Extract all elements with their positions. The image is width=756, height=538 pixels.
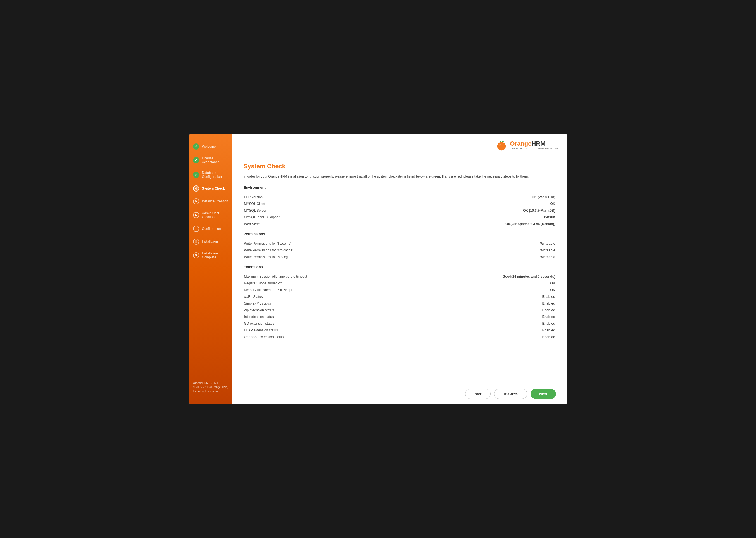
logo: OrangeHRM OPEN SOURCE HR MANAGEMENT (496, 139, 558, 151)
check-status: Default (376, 214, 556, 221)
check-status: Enabled (413, 307, 556, 313)
logo-text: OrangeHRM OPEN SOURCE HR MANAGEMENT (510, 141, 558, 150)
content-area: System Check In order for your OrangeHRM… (232, 154, 567, 384)
check-status: Enabled (413, 313, 556, 320)
step-circle: 7 (193, 226, 199, 232)
check-label: Zip extension status (244, 307, 413, 313)
app-window: WelcomeLicense AcceptanceDatabase Config… (189, 134, 567, 404)
divider-environment (244, 191, 556, 191)
table-row: Zip extension statusEnabled (244, 307, 556, 313)
step-circle: 5 (193, 198, 199, 204)
check-label: MYSQL InnoDB Support (244, 214, 376, 221)
sidebar-footer: OrangeHRM OS 5.4 © 2005 - 2023 OrangeHRM… (189, 376, 232, 398)
sidebar-item-instance-creation[interactable]: 5Instance Creation (189, 195, 232, 208)
step-circle: 6 (193, 212, 199, 218)
divider-extensions (244, 270, 556, 270)
logo-subtitle: OPEN SOURCE HR MANAGEMENT (510, 147, 558, 150)
table-row: GD extension statusEnabled (244, 320, 556, 327)
check-label: Memory Allocated for PHP script (244, 287, 413, 293)
table-row: MYSQL ClientOK (244, 200, 556, 207)
table-row: OpenSSL extension statusEnabled (244, 334, 556, 340)
sidebar-item-system-check[interactable]: 4System Check (189, 182, 232, 195)
sidebar-item-license-acceptance[interactable]: License Acceptance (189, 153, 232, 168)
table-row: Memory Allocated for PHP scriptOK (244, 287, 556, 293)
page-title: System Check (244, 163, 556, 170)
check-label: cURL Status (244, 293, 413, 300)
table-row: Write Permissions for "lib/confs"Writeab… (244, 240, 556, 247)
check-label: Intl extension status (244, 313, 413, 320)
table-row: MYSQL ServerOK (10.3.7-MariaDB) (244, 207, 556, 214)
check-status: OK (ver 8.1.18) (376, 194, 556, 200)
table-row: Web ServerOK(ver Apache/2.4.56 (Debian)) (244, 221, 556, 227)
step-circle (193, 143, 199, 150)
sidebar-item-installation-complete[interactable]: 9Installation Complete (189, 248, 232, 263)
orange-icon (496, 139, 508, 151)
check-label: OpenSSL extension status (244, 334, 413, 340)
page-description: In order for your OrangeHRM installation… (244, 174, 556, 179)
check-label: Write Permissions for "src/cache" (244, 247, 480, 254)
checkmark-icon (195, 173, 198, 177)
sidebar-item-label: Welcome (202, 144, 216, 148)
step-circle: 9 (193, 252, 199, 258)
checkmark-icon (195, 144, 198, 148)
step-circle (193, 172, 199, 178)
check-label: Maximum Session idle time before timeout (244, 273, 413, 280)
footer-version: OrangeHRM OS 5.4 (193, 381, 228, 385)
check-label: Write Permissions for "lib/confs" (244, 240, 480, 247)
sidebar-item-installation[interactable]: 8Installation (189, 235, 232, 248)
table-row: Intl extension statusEnabled (244, 313, 556, 320)
sidebar: WelcomeLicense AcceptanceDatabase Config… (189, 134, 232, 404)
recheck-button[interactable]: Re-Check (494, 389, 528, 399)
table-row: Maximum Session idle time before timeout… (244, 273, 556, 280)
check-status: OK (413, 287, 556, 293)
logo-name: OrangeHRM (510, 141, 558, 147)
environment-table: PHP versionOK (ver 8.1.18)MYSQL ClientOK… (244, 194, 556, 227)
section-permissions-header: Permissions (244, 232, 556, 236)
sidebar-item-label: License Acceptance (202, 156, 228, 164)
sidebar-item-admin-user-creation[interactable]: 6Admin User Creation (189, 208, 232, 222)
sidebar-item-confirmation[interactable]: 7Confirmation (189, 222, 232, 235)
sidebar-item-database-configuration[interactable]: Database Configuration (189, 168, 232, 182)
check-status: Enabled (413, 320, 556, 327)
check-label: MYSQL Client (244, 200, 376, 207)
next-button[interactable]: Next (531, 389, 556, 399)
header: OrangeHRM OPEN SOURCE HR MANAGEMENT (232, 134, 567, 154)
sidebar-item-label: Confirmation (202, 227, 221, 231)
section-environment-header: Environment (244, 186, 556, 189)
check-label: MYSQL Server (244, 207, 376, 214)
step-circle: 8 (193, 239, 199, 245)
check-status: Writeable (480, 247, 556, 254)
check-label: PHP version (244, 194, 376, 200)
table-row: MYSQL InnoDB SupportDefault (244, 214, 556, 221)
main-area: OrangeHRM OPEN SOURCE HR MANAGEMENT Syst… (232, 134, 567, 404)
table-row: Write Permissions for "src/cache"Writeab… (244, 247, 556, 254)
sidebar-item-label: Admin User Creation (202, 211, 228, 219)
sidebar-item-welcome[interactable]: Welcome (189, 140, 232, 153)
check-status: Writeable (480, 240, 556, 247)
check-status: Writeable (480, 254, 556, 260)
check-status: Enabled (413, 293, 556, 300)
check-status: Enabled (413, 300, 556, 307)
footer-copyright: © 2005 - 2023 OrangeHRM, Inc. All rights… (193, 385, 228, 394)
step-circle (193, 157, 199, 163)
table-row: LDAP extension statusEnabled (244, 327, 556, 334)
checkmark-icon (195, 158, 198, 162)
sidebar-item-label: System Check (202, 187, 225, 190)
divider-permissions (244, 237, 556, 238)
check-label: Register Global turned-off (244, 280, 413, 287)
check-status: OK (376, 200, 556, 207)
sidebar-item-label: Instance Creation (202, 199, 228, 203)
check-label: SimpleXML status (244, 300, 413, 307)
check-label: LDAP extension status (244, 327, 413, 334)
table-row: cURL StatusEnabled (244, 293, 556, 300)
check-status: Enabled (413, 334, 556, 340)
check-label: Write Permissions for "src/log" (244, 254, 480, 260)
table-row: Write Permissions for "src/log"Writeable (244, 254, 556, 260)
step-circle: 4 (193, 186, 199, 191)
check-status: OK(ver Apache/2.4.56 (Debian)) (376, 221, 556, 227)
sidebar-item-label: Installation Complete (202, 251, 228, 259)
check-label: Web Server (244, 221, 376, 227)
table-row: SimpleXML statusEnabled (244, 300, 556, 307)
back-button[interactable]: Back (465, 389, 491, 399)
table-row: Register Global turned-offOK (244, 280, 556, 287)
